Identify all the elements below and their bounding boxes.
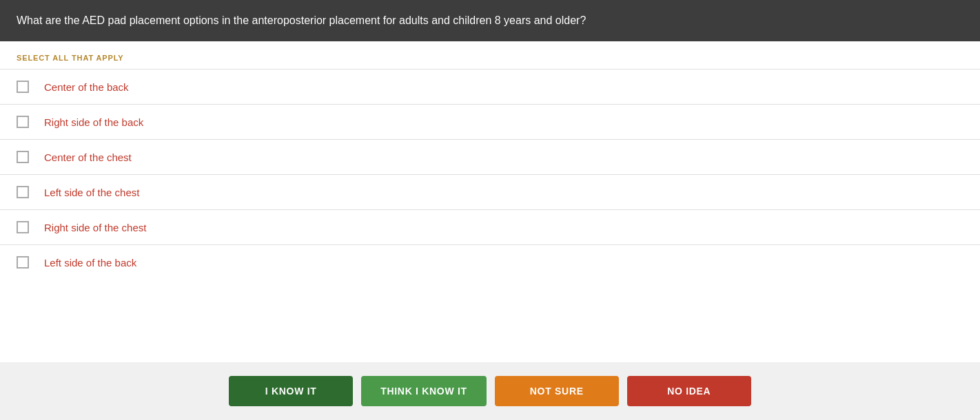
page-wrapper: What are the AED pad placement options i… <box>0 0 980 420</box>
option-label-opt6[interactable]: Left side of the back <box>44 257 136 269</box>
list-item[interactable]: Left side of the chest <box>0 174 980 209</box>
list-item[interactable]: Center of the chest <box>0 139 980 174</box>
list-item[interactable]: Center of the back <box>0 69 980 104</box>
content-area: SELECT ALL THAT APPLY Center of the back… <box>0 41 980 362</box>
checkbox-opt2[interactable] <box>17 116 29 128</box>
no-idea-button[interactable]: NO IDEA <box>627 376 751 406</box>
option-label-opt4[interactable]: Left side of the chest <box>44 187 139 198</box>
options-list: Center of the back Right side of the bac… <box>0 69 980 280</box>
think-i-know-it-button[interactable]: THINK I KNOW IT <box>361 376 487 406</box>
checkbox-opt4[interactable] <box>17 186 29 198</box>
checkbox-opt5[interactable] <box>17 221 29 233</box>
checkbox-opt6[interactable] <box>17 256 29 269</box>
option-label-opt2[interactable]: Right side of the back <box>44 116 143 128</box>
checkbox-opt1[interactable] <box>17 81 29 93</box>
option-label-opt5[interactable]: Right side of the chest <box>44 222 146 233</box>
list-item[interactable]: Right side of the back <box>0 104 980 139</box>
footer-area: I KNOW IT THINK I KNOW IT NOT SURE NO ID… <box>0 362 980 420</box>
list-item[interactable]: Left side of the back <box>0 244 980 280</box>
option-label-opt1[interactable]: Center of the back <box>44 81 129 93</box>
question-text: What are the AED pad placement options i… <box>17 14 586 26</box>
question-header: What are the AED pad placement options i… <box>0 0 980 41</box>
not-sure-button[interactable]: NOT SURE <box>495 376 619 406</box>
i-know-it-button[interactable]: I KNOW IT <box>229 376 353 406</box>
list-item[interactable]: Right side of the chest <box>0 209 980 244</box>
option-label-opt3[interactable]: Center of the chest <box>44 151 132 163</box>
checkbox-opt3[interactable] <box>17 151 29 163</box>
select-all-label: SELECT ALL THAT APPLY <box>0 41 980 69</box>
